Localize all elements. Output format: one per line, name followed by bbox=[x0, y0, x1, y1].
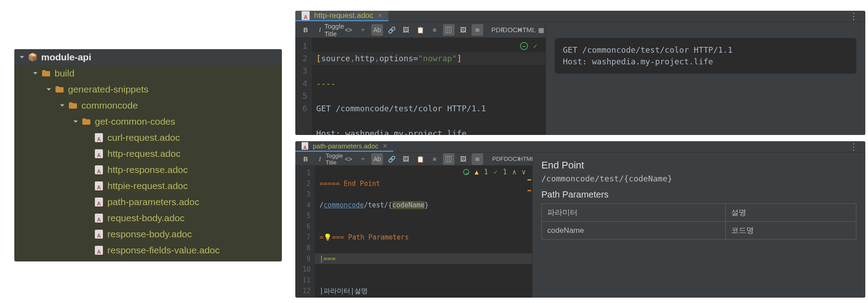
tree-node-commoncode[interactable]: commoncode bbox=[14, 97, 282, 114]
bold-button[interactable]: B bbox=[300, 153, 311, 165]
more-menu-icon[interactable]: ⋮ bbox=[849, 11, 858, 21]
table-header: 설명 bbox=[726, 204, 856, 222]
tree-node-file[interactable]: http-request.adoc bbox=[14, 146, 282, 162]
code-area[interactable]: [source,http,options="nowrap"] ---- GET … bbox=[312, 38, 545, 135]
editor-toolbar: B I Toggle Title <> ÷ Ab 🔗 🖼 📋 ≡ ⿲ 🖼 ≋ P… bbox=[295, 152, 532, 166]
close-icon[interactable]: × bbox=[383, 142, 387, 150]
tree-node-get-common-codes[interactable]: get-common-codes bbox=[14, 114, 282, 130]
code-token: http bbox=[355, 54, 374, 63]
code-area[interactable]: ===== End Point /commoncode/test/{codeNa… bbox=[315, 166, 532, 298]
highlight-button[interactable]: Ab bbox=[371, 24, 383, 36]
editor-panel-path-parameters: path-parameters.adoc × ⋮ B I Toggle Titl… bbox=[295, 141, 865, 298]
export-image-button[interactable]: 🖼 bbox=[457, 24, 469, 36]
code-token: , bbox=[374, 54, 379, 63]
adoc-file-icon bbox=[95, 246, 103, 255]
tab-bar: path-parameters.adoc × ⋮ bbox=[295, 141, 865, 152]
paste-button[interactable]: 📋 bbox=[414, 24, 426, 36]
tab-http-request[interactable]: http-request.adoc × bbox=[295, 11, 388, 21]
bulb-icon[interactable]: 💡 bbox=[323, 233, 332, 241]
preview-split-button[interactable]: ⿲ bbox=[443, 153, 455, 165]
html-button[interactable]: HTML bbox=[521, 24, 532, 36]
docx-button[interactable]: DOCX bbox=[506, 153, 518, 165]
preview-code-block: GET /commoncode/test/color HTTP/1.1 Host… bbox=[555, 38, 856, 74]
preview-subheading: Path Parameters bbox=[541, 189, 856, 200]
tree-node-file[interactable]: path-parameters.adoc bbox=[14, 194, 282, 210]
preview-pane: GET /commoncode/test/color HTTP/1.1 Host… bbox=[546, 22, 865, 135]
toggle-title-button[interactable]: Toggle Title bbox=[328, 153, 340, 165]
link-button[interactable]: 🔗 bbox=[386, 24, 397, 36]
table-button[interactable]: ▦ bbox=[535, 24, 547, 36]
code-token: GET /commoncode/test/color HTTP/1.1 bbox=[316, 104, 486, 113]
soft-wrap-button[interactable]: ≋ bbox=[472, 153, 483, 165]
tree-node-file[interactable]: httpie-request.adoc bbox=[14, 178, 282, 194]
tab-label: path-parameters.adoc bbox=[313, 142, 379, 150]
tree-node-file[interactable]: curl-request.adoc bbox=[14, 130, 282, 146]
toggle-title-button[interactable]: Toggle Title bbox=[328, 24, 340, 36]
more-menu-icon[interactable]: ⋮ bbox=[849, 141, 858, 152]
inspection-ring-icon[interactable] bbox=[463, 169, 469, 175]
preview-pane: End Point /commoncode/test/{codeName} Pa… bbox=[532, 152, 865, 298]
folder-icon bbox=[41, 68, 51, 78]
code-editor[interactable]: 123456789101112 ===== End Point /commonc… bbox=[295, 166, 532, 298]
inspection-ring-icon[interactable] bbox=[520, 42, 528, 50]
code-token: , bbox=[350, 54, 355, 63]
italic-button[interactable]: I bbox=[314, 153, 326, 165]
project-tree-panel: module-api build generated-snippets comm… bbox=[14, 49, 282, 261]
tree-label: response-body.adoc bbox=[107, 229, 192, 240]
list-button[interactable]: ≡ bbox=[429, 153, 440, 165]
code-token: ---- bbox=[316, 79, 336, 88]
tree-node-module[interactable]: module-api bbox=[14, 49, 282, 65]
code-token: [ bbox=[316, 54, 321, 63]
image-button[interactable]: 🖼 bbox=[400, 153, 412, 165]
table-cell: codeName bbox=[542, 222, 726, 240]
nav-up-icon[interactable]: ∧ bbox=[512, 167, 516, 177]
tree-label: build bbox=[55, 68, 74, 79]
pdf-button[interactable]: PDF bbox=[492, 24, 504, 36]
code-token: === bbox=[332, 233, 344, 241]
export-image-button[interactable]: 🖼 bbox=[457, 153, 469, 165]
tree-node-file[interactable]: http-response.adoc bbox=[14, 162, 282, 178]
code-token: "nowrap" bbox=[418, 54, 457, 63]
code-button[interactable]: <> bbox=[343, 153, 354, 165]
editor-toolbar: B I Toggle Title <> ÷ Ab 🔗 🖼 📋 ≡ ⿲ 🖼 ≋ P… bbox=[295, 22, 545, 38]
code-token: |파라미터|설명 bbox=[319, 287, 368, 295]
code-editor[interactable]: 123456 [source,http,options="nowrap"] --… bbox=[295, 38, 545, 135]
nav-down-icon[interactable]: ∨ bbox=[522, 167, 526, 177]
tab-bar: http-request.adoc × ⋮ bbox=[295, 11, 865, 22]
code-token: |=== bbox=[319, 255, 336, 263]
tree-label: http-response.adoc bbox=[107, 164, 188, 175]
highlight-button[interactable]: Ab bbox=[371, 153, 383, 165]
table-row: 파라미터 설명 bbox=[542, 204, 856, 222]
strike-button[interactable]: ÷ bbox=[357, 153, 369, 165]
scrollbar-edit-mark[interactable] bbox=[528, 190, 531, 191]
html-button[interactable]: HTML bbox=[521, 153, 532, 165]
pdf-button[interactable]: PDF bbox=[492, 153, 504, 165]
link-button[interactable]: 🔗 bbox=[386, 153, 397, 165]
tree-label: http-request.adoc bbox=[107, 148, 180, 159]
tree-node-build[interactable]: build bbox=[14, 65, 282, 81]
tree-node-file[interactable]: response-fields-value.adoc bbox=[14, 242, 282, 258]
code-token: options= bbox=[379, 54, 418, 63]
code-button[interactable]: <> bbox=[343, 24, 354, 36]
adoc-file-icon bbox=[95, 149, 103, 158]
tree-node-file[interactable]: response-body.adoc bbox=[14, 226, 282, 242]
bold-button[interactable]: B bbox=[300, 24, 311, 36]
image-button[interactable]: 🖼 bbox=[400, 24, 412, 36]
strike-button[interactable]: ÷ bbox=[357, 24, 369, 36]
tree-label: request-body.adoc bbox=[107, 213, 184, 223]
scrollbar-warning-mark[interactable] bbox=[528, 179, 531, 181]
preview-split-button[interactable]: ⿲ bbox=[443, 24, 455, 36]
chevron-down-icon bbox=[59, 102, 65, 109]
adoc-file-icon bbox=[95, 181, 103, 190]
check-icon: ✓ bbox=[494, 167, 498, 177]
code-token: } bbox=[425, 201, 429, 209]
tree-node-file[interactable]: request-body.adoc bbox=[14, 210, 282, 226]
tree-node-snippets[interactable]: generated-snippets bbox=[14, 81, 282, 97]
warning-icon[interactable]: ▲ bbox=[475, 167, 479, 177]
tab-path-parameters[interactable]: path-parameters.adoc × bbox=[295, 141, 393, 152]
docx-button[interactable]: DOCX bbox=[506, 24, 518, 36]
soft-wrap-button[interactable]: ≋ bbox=[472, 24, 483, 36]
list-button[interactable]: ≡ bbox=[429, 24, 440, 36]
close-icon[interactable]: × bbox=[378, 12, 382, 20]
paste-button[interactable]: 📋 bbox=[414, 153, 426, 165]
